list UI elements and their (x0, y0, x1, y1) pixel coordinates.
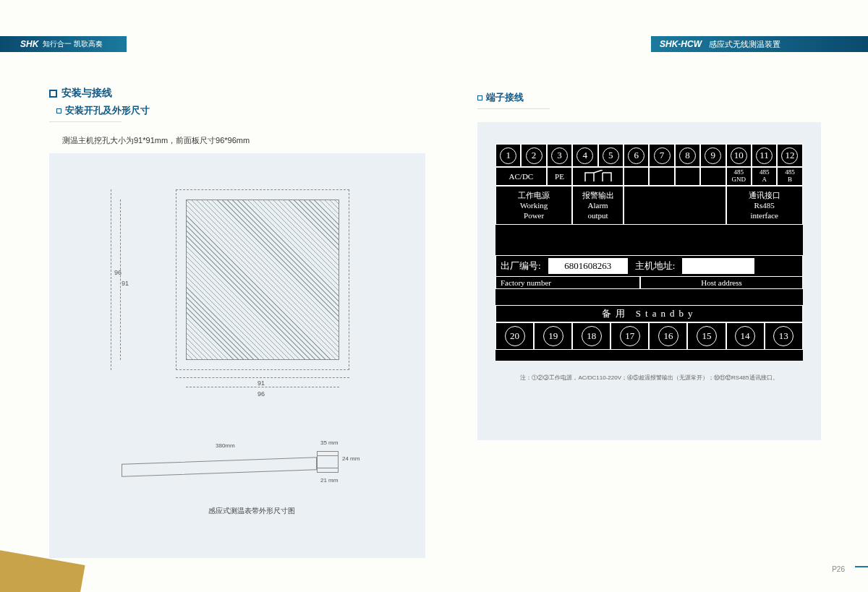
divider-right (477, 108, 550, 109)
terminal-18: 18 (572, 322, 610, 350)
brand-logo: SHK (20, 39, 38, 49)
dim-v-leader (111, 189, 111, 370)
host-label: 主机地址: (631, 259, 680, 273)
alarm-relay-icon (584, 170, 613, 183)
section-title: 安装与接线 (49, 87, 425, 100)
desc-alarm: 报警输出 Alarm output (572, 186, 624, 225)
cell-485a: 485 A (752, 167, 777, 186)
strap-24: 24 mm (342, 455, 359, 462)
cell-pe: PE (547, 167, 572, 186)
cell-blank-9 (700, 167, 726, 186)
body-text: 测温主机挖孔大小为91*91mm，前面板尺寸96*96mm (62, 135, 425, 146)
square-bullet-icon (49, 90, 57, 98)
cell-blank-6 (624, 167, 649, 186)
page-number-right: P26 (832, 565, 845, 573)
terminal-14: 14 (726, 322, 765, 350)
dim-h-leader-2 (186, 387, 339, 387)
square-bullet-small-icon (477, 95, 482, 100)
divider (49, 121, 122, 122)
strap-drawing: 380mm 35 mm 24 mm 21 mm (122, 442, 360, 493)
dim-91-v: 91 (122, 280, 129, 287)
square-bullet-small-icon (56, 108, 61, 113)
terminal-5: 5 (598, 144, 624, 167)
standby-row: 备用 Standby (495, 305, 803, 322)
strap-35: 35 mm (320, 439, 338, 446)
header-left: SHK 知行合一 凯歌高奏 (0, 36, 127, 52)
desc-comm: 通讯接口 Rs485 interface (726, 186, 803, 225)
factory-label: 出厂编号: (496, 259, 545, 273)
sub-title-right: 端子接线 (477, 91, 821, 104)
factory-number: 6801608263 (548, 258, 628, 274)
header-right: SHK-HCW 感应式无线测温装置 (651, 36, 868, 52)
cell-485b: 485 B (777, 167, 802, 186)
terminal-4: 4 (572, 144, 597, 167)
cell-acdc: AC/DC (495, 167, 547, 186)
dimension-drawing (176, 189, 349, 370)
cell-blank-8 (675, 167, 700, 186)
strap-caption: 感应式测温表带外形尺寸图 (208, 506, 295, 516)
terminal-label-row: AC/DC PE 485 GND 485 A 485 B (495, 167, 803, 186)
strap-sensor-inner (317, 455, 339, 468)
dim-h-leader (176, 377, 349, 378)
accent-bar-right (855, 566, 868, 567)
terminal-8: 8 (675, 144, 700, 167)
terminal-17: 17 (610, 322, 649, 350)
terminal-3: 3 (547, 144, 572, 167)
desc-power: 工作电源 Working Power (495, 186, 572, 225)
terminal-12: 12 (777, 144, 802, 167)
cell-485gnd: 485 GND (726, 167, 752, 186)
cell-alarm-symbol (572, 167, 624, 186)
terminal-2: 2 (521, 144, 546, 167)
factory-en-row: Factory number Host address (495, 277, 803, 289)
terminal-16: 16 (649, 322, 687, 350)
product-name: 感应式无线测温装置 (709, 39, 780, 50)
strap-380: 380mm (216, 442, 235, 449)
terminal-11: 11 (752, 144, 777, 167)
diagram-panel-left: 96 91 91 96 380mm 35 mm 24 mm 21 mm 感应式测… (49, 153, 425, 558)
diagram-panel-right: 1 2 3 4 5 6 7 8 9 10 11 12 AC/DC PE (477, 122, 821, 440)
dim-91-h: 91 (258, 379, 265, 387)
terminal-block: 1 2 3 4 5 6 7 8 9 10 11 12 AC/DC PE (495, 144, 803, 361)
terminal-7: 7 (649, 144, 674, 167)
terminal-20: 20 (495, 322, 534, 350)
spacer-2 (495, 289, 803, 305)
brand-slogan: 知行合一 凯歌高奏 (43, 39, 103, 49)
terminal-bottom-row: 20 19 18 17 16 15 14 13 (495, 322, 803, 350)
host-address-box (682, 258, 754, 274)
factory-en: Factory number (495, 277, 640, 289)
terminal-9: 9 (700, 144, 726, 167)
terminal-6: 6 (624, 144, 649, 167)
terminal-1: 1 (495, 144, 521, 167)
cell-blank-7 (649, 167, 674, 186)
terminal-13: 13 (765, 322, 803, 350)
inner-frame (186, 200, 339, 360)
terminal-15: 15 (687, 322, 726, 350)
dim-v-leader-2 (120, 200, 121, 360)
left-page: 安装与接线 安装开孔及外形尺寸 测温主机挖孔大小为91*91mm，前面板尺寸96… (49, 87, 425, 558)
dim-96-h: 96 (258, 390, 265, 398)
strap-band (122, 457, 317, 476)
terminal-10: 10 (726, 144, 752, 167)
strap-21: 21 mm (320, 477, 338, 484)
factory-row: 出厂编号: 6801608263 主机地址: (495, 255, 803, 277)
terminal-note: 注：①②③工作电源，AC/DC110-220V；④⑤超温报警输出（无源常开）；⑩… (495, 374, 803, 382)
right-page: 端子接线 1 2 3 4 5 6 7 8 9 10 11 12 AC/DC (477, 87, 821, 440)
terminal-top-row: 1 2 3 4 5 6 7 8 9 10 11 12 (495, 144, 803, 167)
spacer (495, 225, 803, 255)
model-code: SHK-HCW (660, 39, 702, 49)
terminal-19: 19 (534, 322, 572, 350)
desc-blank (624, 186, 726, 225)
host-en: Host address (640, 277, 803, 289)
sub-title-left: 安装开孔及外形尺寸 (56, 104, 425, 117)
terminal-desc-row: 工作电源 Working Power 报警输出 Alarm output 通讯接… (495, 186, 803, 225)
